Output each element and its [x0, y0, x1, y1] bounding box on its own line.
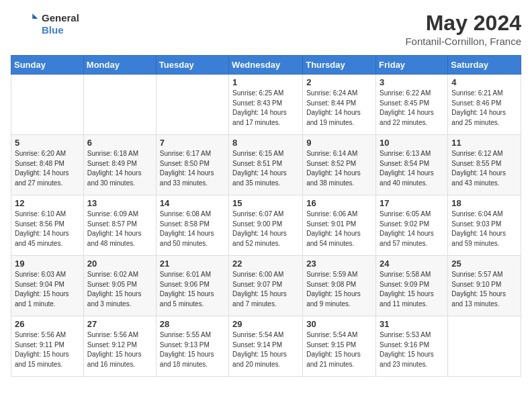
calendar-cell: 8Sunrise: 6:15 AM Sunset: 8:51 PM Daylig…: [229, 135, 303, 195]
logo-blue: Blue: [42, 24, 79, 36]
calendar-cell: 21Sunrise: 6:01 AM Sunset: 9:06 PM Dayli…: [156, 256, 228, 316]
calendar-cell: [448, 316, 521, 377]
day-info: Sunrise: 6:06 AM Sunset: 9:01 PM Dayligh…: [306, 210, 372, 248]
calendar-cell: 4Sunrise: 6:21 AM Sunset: 8:46 PM Daylig…: [448, 75, 521, 135]
day-info: Sunrise: 6:00 AM Sunset: 9:07 PM Dayligh…: [232, 270, 299, 309]
calendar-cell: 10Sunrise: 6:13 AM Sunset: 8:54 PM Dayli…: [376, 135, 448, 195]
page-header: General Blue May 2024 Fontanil-Cornillon…: [11, 11, 521, 47]
calendar-cell: 14Sunrise: 6:08 AM Sunset: 8:58 PM Dayli…: [156, 195, 228, 256]
day-number: 23: [306, 259, 372, 269]
day-number: 31: [380, 319, 444, 329]
calendar-cell: 20Sunrise: 6:02 AM Sunset: 9:05 PM Dayli…: [83, 256, 156, 316]
weekday-header-friday: Friday: [376, 56, 448, 75]
day-info: Sunrise: 6:07 AM Sunset: 9:00 PM Dayligh…: [232, 210, 299, 248]
calendar-cell: 1Sunrise: 6:25 AM Sunset: 8:43 PM Daylig…: [229, 75, 303, 135]
day-info: Sunrise: 6:21 AM Sunset: 8:46 PM Dayligh…: [451, 89, 517, 128]
day-number: 21: [160, 259, 225, 269]
day-number: 22: [232, 259, 299, 269]
day-info: Sunrise: 6:15 AM Sunset: 8:51 PM Dayligh…: [232, 149, 299, 188]
logo-general: General: [42, 12, 79, 24]
day-info: Sunrise: 6:18 AM Sunset: 8:49 PM Dayligh…: [87, 149, 152, 188]
day-info: Sunrise: 6:14 AM Sunset: 8:52 PM Dayligh…: [306, 149, 372, 188]
logo: General Blue: [11, 11, 79, 38]
day-info: Sunrise: 6:03 AM Sunset: 9:04 PM Dayligh…: [15, 270, 80, 309]
day-number: 17: [380, 198, 444, 208]
calendar-cell: 6Sunrise: 6:18 AM Sunset: 8:49 PM Daylig…: [83, 135, 156, 195]
calendar-cell: 11Sunrise: 6:12 AM Sunset: 8:55 PM Dayli…: [448, 135, 521, 195]
day-info: Sunrise: 5:54 AM Sunset: 9:14 PM Dayligh…: [232, 330, 299, 369]
day-number: 2: [306, 77, 372, 87]
day-info: Sunrise: 6:17 AM Sunset: 8:50 PM Dayligh…: [160, 149, 225, 188]
calendar-cell: 17Sunrise: 6:05 AM Sunset: 9:02 PM Dayli…: [376, 195, 448, 256]
day-info: Sunrise: 5:59 AM Sunset: 9:08 PM Dayligh…: [306, 270, 372, 309]
calendar-table: SundayMondayTuesdayWednesdayThursdayFrid…: [11, 55, 521, 377]
day-info: Sunrise: 6:20 AM Sunset: 8:48 PM Dayligh…: [15, 149, 80, 188]
calendar-cell: 16Sunrise: 6:06 AM Sunset: 9:01 PM Dayli…: [303, 195, 376, 256]
day-number: 14: [160, 198, 225, 208]
location-subtitle: Fontanil-Cornillon, France: [405, 36, 521, 47]
calendar-cell: 27Sunrise: 5:56 AM Sunset: 9:12 PM Dayli…: [83, 316, 156, 377]
title-block: May 2024 Fontanil-Cornillon, France: [405, 11, 521, 47]
calendar-cell: [156, 75, 228, 135]
day-info: Sunrise: 6:01 AM Sunset: 9:06 PM Dayligh…: [160, 270, 225, 309]
logo-icon: [11, 11, 38, 38]
calendar-cell: 5Sunrise: 6:20 AM Sunset: 8:48 PM Daylig…: [11, 135, 84, 195]
calendar-cell: 22Sunrise: 6:00 AM Sunset: 9:07 PM Dayli…: [229, 256, 303, 316]
day-number: 16: [306, 198, 372, 208]
day-number: 8: [232, 138, 299, 148]
day-info: Sunrise: 5:56 AM Sunset: 9:12 PM Dayligh…: [87, 330, 152, 369]
weekday-header-sunday: Sunday: [11, 56, 84, 75]
day-info: Sunrise: 6:10 AM Sunset: 8:56 PM Dayligh…: [15, 210, 80, 248]
day-number: 30: [306, 319, 372, 329]
calendar-cell: 13Sunrise: 6:09 AM Sunset: 8:57 PM Dayli…: [83, 195, 156, 256]
day-info: Sunrise: 6:12 AM Sunset: 8:55 PM Dayligh…: [451, 149, 517, 188]
day-number: 27: [87, 319, 152, 329]
day-info: Sunrise: 6:02 AM Sunset: 9:05 PM Dayligh…: [87, 270, 152, 309]
week-row-1: 1Sunrise: 6:25 AM Sunset: 8:43 PM Daylig…: [11, 75, 521, 135]
calendar-cell: 26Sunrise: 5:56 AM Sunset: 9:11 PM Dayli…: [11, 316, 84, 377]
weekday-header-tuesday: Tuesday: [156, 56, 228, 75]
day-info: Sunrise: 6:25 AM Sunset: 8:43 PM Dayligh…: [232, 89, 299, 128]
day-number: 12: [15, 198, 80, 208]
day-info: Sunrise: 6:09 AM Sunset: 8:57 PM Dayligh…: [87, 210, 152, 248]
day-info: Sunrise: 6:22 AM Sunset: 8:45 PM Dayligh…: [380, 89, 444, 128]
day-number: 19: [15, 259, 80, 269]
day-number: 7: [160, 138, 225, 148]
calendar-cell: 25Sunrise: 5:57 AM Sunset: 9:10 PM Dayli…: [448, 256, 521, 316]
weekday-header-wednesday: Wednesday: [229, 56, 303, 75]
day-info: Sunrise: 5:57 AM Sunset: 9:10 PM Dayligh…: [451, 270, 517, 309]
weekday-header-thursday: Thursday: [303, 56, 376, 75]
calendar-cell: 29Sunrise: 5:54 AM Sunset: 9:14 PM Dayli…: [229, 316, 303, 377]
day-info: Sunrise: 6:24 AM Sunset: 8:44 PM Dayligh…: [306, 89, 372, 128]
weekday-header-row: SundayMondayTuesdayWednesdayThursdayFrid…: [11, 56, 521, 75]
calendar-cell: 7Sunrise: 6:17 AM Sunset: 8:50 PM Daylig…: [156, 135, 228, 195]
month-year-title: May 2024: [405, 11, 521, 36]
day-number: 28: [160, 319, 225, 329]
calendar-cell: 30Sunrise: 5:54 AM Sunset: 9:15 PM Dayli…: [303, 316, 376, 377]
week-row-4: 19Sunrise: 6:03 AM Sunset: 9:04 PM Dayli…: [11, 256, 521, 316]
day-number: 1: [232, 77, 299, 87]
day-number: 4: [451, 77, 517, 87]
day-number: 18: [451, 198, 517, 208]
svg-marker-1: [34, 15, 38, 19]
calendar-cell: 15Sunrise: 6:07 AM Sunset: 9:00 PM Dayli…: [229, 195, 303, 256]
day-number: 13: [87, 198, 152, 208]
day-info: Sunrise: 5:55 AM Sunset: 9:13 PM Dayligh…: [160, 330, 225, 369]
calendar-cell: 28Sunrise: 5:55 AM Sunset: 9:13 PM Dayli…: [156, 316, 228, 377]
day-info: Sunrise: 6:04 AM Sunset: 9:03 PM Dayligh…: [451, 210, 517, 248]
calendar-cell: 23Sunrise: 5:59 AM Sunset: 9:08 PM Dayli…: [303, 256, 376, 316]
day-info: Sunrise: 6:05 AM Sunset: 9:02 PM Dayligh…: [380, 210, 444, 248]
day-info: Sunrise: 5:56 AM Sunset: 9:11 PM Dayligh…: [15, 330, 80, 369]
weekday-header-monday: Monday: [83, 56, 156, 75]
day-number: 20: [87, 259, 152, 269]
calendar-cell: 19Sunrise: 6:03 AM Sunset: 9:04 PM Dayli…: [11, 256, 84, 316]
day-info: Sunrise: 6:08 AM Sunset: 8:58 PM Dayligh…: [160, 210, 225, 248]
day-info: Sunrise: 5:53 AM Sunset: 9:16 PM Dayligh…: [380, 330, 444, 369]
calendar-cell: 31Sunrise: 5:53 AM Sunset: 9:16 PM Dayli…: [376, 316, 448, 377]
calendar-cell: 9Sunrise: 6:14 AM Sunset: 8:52 PM Daylig…: [303, 135, 376, 195]
day-number: 25: [451, 259, 517, 269]
day-number: 3: [380, 77, 444, 87]
day-number: 11: [451, 138, 517, 148]
day-number: 6: [87, 138, 152, 148]
day-number: 9: [306, 138, 372, 148]
